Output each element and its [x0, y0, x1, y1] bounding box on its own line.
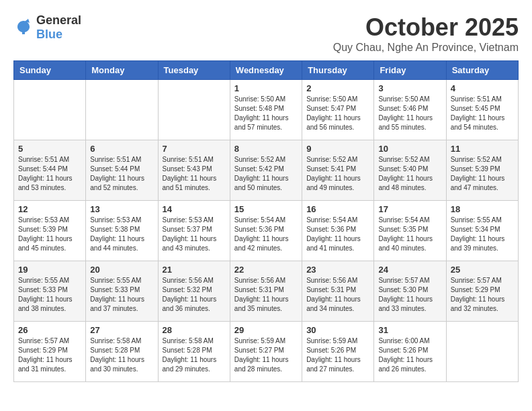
- day-info: Sunrise: 5:59 AMSunset: 5:26 PMDaylight:…: [306, 336, 369, 374]
- calendar-cell: 17Sunrise: 5:54 AMSunset: 5:35 PMDayligh…: [374, 201, 446, 261]
- day-number: 31: [378, 325, 441, 335]
- logo: General Blue: [13, 13, 81, 42]
- calendar-cell: [14, 80, 86, 140]
- weekday-header-cell: Thursday: [302, 61, 374, 80]
- day-number: 5: [18, 144, 81, 154]
- logo-general: General: [36, 13, 81, 28]
- logo-icon: [13, 17, 34, 38]
- day-info: Sunrise: 5:51 AMSunset: 5:45 PMDaylight:…: [451, 95, 514, 132]
- calendar-cell: 9Sunrise: 5:52 AMSunset: 5:41 PMDaylight…: [302, 140, 374, 201]
- calendar-cell: 5Sunrise: 5:51 AMSunset: 5:44 PMDaylight…: [14, 140, 86, 201]
- weekday-header-cell: Tuesday: [158, 61, 230, 80]
- day-info: Sunrise: 5:54 AMSunset: 5:35 PMDaylight:…: [378, 216, 441, 253]
- day-number: 30: [306, 325, 369, 335]
- calendar-cell: 4Sunrise: 5:51 AMSunset: 5:45 PMDaylight…: [446, 80, 518, 140]
- calendar-week-row: 5Sunrise: 5:51 AMSunset: 5:44 PMDaylight…: [14, 140, 519, 201]
- day-info: Sunrise: 5:50 AMSunset: 5:48 PMDaylight:…: [234, 95, 298, 132]
- weekday-header-cell: Monday: [86, 61, 158, 80]
- calendar-cell: 7Sunrise: 5:51 AMSunset: 5:43 PMDaylight…: [158, 140, 230, 201]
- day-number: 3: [378, 83, 441, 93]
- calendar-week-row: 12Sunrise: 5:53 AMSunset: 5:39 PMDayligh…: [14, 201, 519, 261]
- header: General Blue October 2025 Quy Chau, Nghe…: [13, 13, 519, 54]
- day-info: Sunrise: 5:57 AMSunset: 5:30 PMDaylight:…: [378, 276, 441, 314]
- day-number: 29: [234, 325, 298, 335]
- calendar-cell: 15Sunrise: 5:54 AMSunset: 5:36 PMDayligh…: [230, 201, 302, 261]
- day-number: 13: [90, 204, 153, 214]
- day-info: Sunrise: 5:52 AMSunset: 5:39 PMDaylight:…: [451, 155, 514, 193]
- day-number: 8: [234, 144, 298, 154]
- day-info: Sunrise: 5:53 AMSunset: 5:39 PMDaylight:…: [18, 216, 81, 253]
- day-number: 23: [306, 265, 369, 275]
- day-info: Sunrise: 5:55 AMSunset: 5:33 PMDaylight:…: [18, 276, 81, 314]
- calendar-table: SundayMondayTuesdayWednesdayThursdayFrid…: [13, 60, 519, 382]
- calendar-cell: 22Sunrise: 5:56 AMSunset: 5:31 PMDayligh…: [230, 261, 302, 322]
- day-number: 14: [163, 204, 226, 214]
- day-number: 12: [18, 204, 81, 214]
- day-info: Sunrise: 5:56 AMSunset: 5:31 PMDaylight:…: [306, 276, 369, 314]
- calendar-cell: 26Sunrise: 5:57 AMSunset: 5:29 PMDayligh…: [14, 322, 86, 382]
- day-number: 1: [234, 83, 298, 93]
- day-info: Sunrise: 5:50 AMSunset: 5:46 PMDaylight:…: [378, 95, 441, 132]
- day-number: 10: [378, 144, 441, 154]
- calendar-cell: 30Sunrise: 5:59 AMSunset: 5:26 PMDayligh…: [302, 322, 374, 382]
- day-number: 22: [234, 265, 298, 275]
- calendar-cell: 24Sunrise: 5:57 AMSunset: 5:30 PMDayligh…: [374, 261, 446, 322]
- day-info: Sunrise: 5:55 AMSunset: 5:33 PMDaylight:…: [90, 276, 153, 314]
- month-title: October 2025: [333, 13, 519, 42]
- calendar-cell: 21Sunrise: 5:56 AMSunset: 5:32 PMDayligh…: [158, 261, 230, 322]
- calendar-cell: 25Sunrise: 5:57 AMSunset: 5:29 PMDayligh…: [446, 261, 518, 322]
- day-info: Sunrise: 5:58 AMSunset: 5:28 PMDaylight:…: [90, 336, 153, 374]
- calendar-cell: 18Sunrise: 5:55 AMSunset: 5:34 PMDayligh…: [446, 201, 518, 261]
- day-info: Sunrise: 5:56 AMSunset: 5:31 PMDaylight:…: [234, 276, 298, 314]
- day-number: 6: [90, 144, 153, 154]
- calendar-cell: [446, 322, 518, 382]
- day-number: 25: [451, 265, 514, 275]
- calendar-cell: 8Sunrise: 5:52 AMSunset: 5:42 PMDaylight…: [230, 140, 302, 201]
- day-number: 4: [451, 83, 514, 93]
- calendar-body: 1Sunrise: 5:50 AMSunset: 5:48 PMDaylight…: [14, 80, 519, 382]
- calendar-cell: 20Sunrise: 5:55 AMSunset: 5:33 PMDayligh…: [86, 261, 158, 322]
- day-number: 24: [378, 265, 441, 275]
- day-number: 27: [90, 325, 153, 335]
- calendar-cell: 12Sunrise: 5:53 AMSunset: 5:39 PMDayligh…: [14, 201, 86, 261]
- day-info: Sunrise: 5:50 AMSunset: 5:47 PMDaylight:…: [306, 95, 369, 132]
- calendar-cell: 2Sunrise: 5:50 AMSunset: 5:47 PMDaylight…: [302, 80, 374, 140]
- day-number: 2: [306, 83, 369, 93]
- weekday-header-cell: Wednesday: [230, 61, 302, 80]
- day-number: 9: [306, 144, 369, 154]
- calendar-cell: [158, 80, 230, 140]
- day-info: Sunrise: 5:52 AMSunset: 5:41 PMDaylight:…: [306, 155, 369, 193]
- day-number: 19: [18, 265, 81, 275]
- logo-blue: Blue: [36, 28, 62, 41]
- day-info: Sunrise: 5:51 AMSunset: 5:44 PMDaylight:…: [18, 155, 81, 193]
- calendar-week-row: 19Sunrise: 5:55 AMSunset: 5:33 PMDayligh…: [14, 261, 519, 322]
- calendar-cell: 6Sunrise: 5:51 AMSunset: 5:44 PMDaylight…: [86, 140, 158, 201]
- day-number: 21: [163, 265, 226, 275]
- calendar-cell: 13Sunrise: 5:53 AMSunset: 5:38 PMDayligh…: [86, 201, 158, 261]
- calendar-cell: 23Sunrise: 5:56 AMSunset: 5:31 PMDayligh…: [302, 261, 374, 322]
- day-info: Sunrise: 5:52 AMSunset: 5:40 PMDaylight:…: [378, 155, 441, 193]
- day-info: Sunrise: 5:51 AMSunset: 5:43 PMDaylight:…: [163, 155, 226, 193]
- day-info: Sunrise: 5:55 AMSunset: 5:34 PMDaylight:…: [451, 216, 514, 253]
- day-number: 28: [163, 325, 226, 335]
- calendar-cell: 10Sunrise: 5:52 AMSunset: 5:40 PMDayligh…: [374, 140, 446, 201]
- calendar-cell: 16Sunrise: 5:54 AMSunset: 5:36 PMDayligh…: [302, 201, 374, 261]
- day-info: Sunrise: 5:53 AMSunset: 5:37 PMDaylight:…: [163, 216, 226, 253]
- day-number: 11: [451, 144, 514, 154]
- day-number: 15: [234, 204, 298, 214]
- day-info: Sunrise: 5:57 AMSunset: 5:29 PMDaylight:…: [18, 336, 81, 374]
- day-info: Sunrise: 5:54 AMSunset: 5:36 PMDaylight:…: [234, 216, 298, 253]
- day-info: Sunrise: 5:58 AMSunset: 5:28 PMDaylight:…: [163, 336, 226, 374]
- logo-text: General Blue: [36, 13, 81, 42]
- day-info: Sunrise: 5:54 AMSunset: 5:36 PMDaylight:…: [306, 216, 369, 253]
- calendar-week-row: 1Sunrise: 5:50 AMSunset: 5:48 PMDaylight…: [14, 80, 519, 140]
- day-info: Sunrise: 6:00 AMSunset: 5:26 PMDaylight:…: [378, 336, 441, 374]
- day-info: Sunrise: 5:53 AMSunset: 5:38 PMDaylight:…: [90, 216, 153, 253]
- calendar-cell: 31Sunrise: 6:00 AMSunset: 5:26 PMDayligh…: [374, 322, 446, 382]
- day-number: 18: [451, 204, 514, 214]
- weekday-header-cell: Sunday: [14, 61, 86, 80]
- calendar-cell: 27Sunrise: 5:58 AMSunset: 5:28 PMDayligh…: [86, 322, 158, 382]
- calendar-cell: 29Sunrise: 5:59 AMSunset: 5:27 PMDayligh…: [230, 322, 302, 382]
- weekday-header-cell: Saturday: [446, 61, 518, 80]
- calendar-cell: 3Sunrise: 5:50 AMSunset: 5:46 PMDaylight…: [374, 80, 446, 140]
